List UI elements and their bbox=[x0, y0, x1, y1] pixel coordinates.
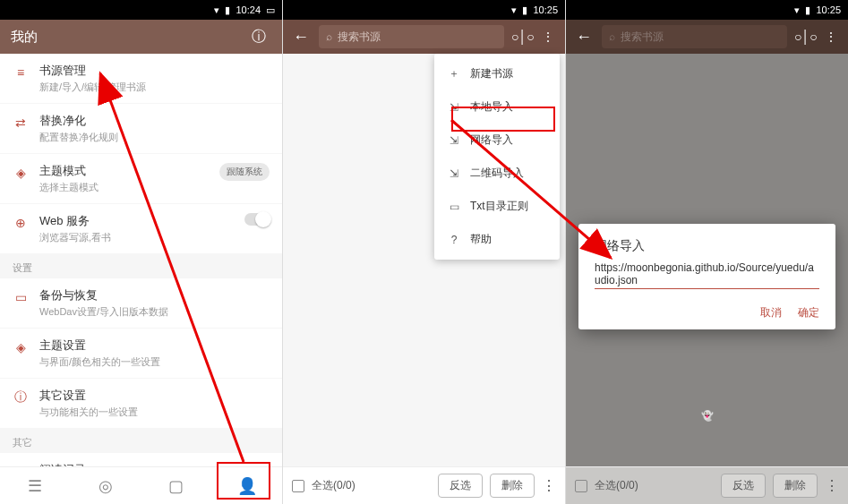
delete-button[interactable]: 删除 bbox=[490, 474, 535, 498]
battery-icon: ▮ bbox=[805, 4, 810, 16]
help-icon: ? bbox=[447, 234, 461, 246]
search-input[interactable]: ⌕ 搜索书源 bbox=[319, 25, 504, 48]
folder-icon: ▭ bbox=[13, 289, 29, 305]
dialog-title: 网络导入 bbox=[595, 238, 819, 254]
clock: 10:24 bbox=[236, 4, 261, 15]
dim-body: 网络导入 https://moonbegonia.github.io/Sourc… bbox=[566, 54, 848, 466]
item-read-history[interactable]: ◷ 阅读记录阅读时间记录 bbox=[0, 453, 282, 466]
bottom-nav: ☰ ◎ ▢ 👤 bbox=[0, 466, 282, 504]
status-bar: ▾ ▮ 10:24 ▭ bbox=[0, 0, 282, 20]
ghost-icon: 👻 bbox=[701, 410, 714, 422]
item-title: 备份与恢复 bbox=[39, 287, 270, 303]
status-bar: ▾ ▮ 10:25 bbox=[566, 0, 848, 20]
wifi-icon: ▾ bbox=[794, 4, 800, 16]
item-sub: 浏览器写源,看书 bbox=[39, 231, 234, 244]
more-icon: ⋮ bbox=[825, 477, 839, 494]
source-body: ＋新建书源 ⇲本地导入 ⇲网络导入 ⇲二维码导入 ▭Txt目录正则 ?帮助 bbox=[283, 54, 565, 466]
item-theme-settings[interactable]: ◈ 主题设置与界面/颜色相关的一些设置 bbox=[0, 329, 282, 378]
item-other-settings[interactable]: ⓘ 其它设置与功能相关的一些设置 bbox=[0, 379, 282, 428]
item-title: 替换净化 bbox=[39, 113, 270, 129]
url-input[interactable]: https://moonbegonia.github.io/Source/yue… bbox=[595, 261, 819, 289]
item-title: 其它设置 bbox=[39, 388, 270, 404]
item-book-source-mgmt[interactable]: ≡ 书源管理新建/导入/编辑/管理书源 bbox=[0, 54, 282, 103]
tab-bookmark[interactable]: ▢ bbox=[141, 476, 212, 496]
item-title: Web 服务 bbox=[39, 213, 234, 229]
ok-button[interactable]: 确定 bbox=[798, 305, 819, 320]
plus-icon: ＋ bbox=[447, 66, 461, 81]
item-sub: 选择主题模式 bbox=[39, 181, 209, 194]
menu-label: 本地导入 bbox=[470, 99, 513, 115]
section-settings: 设置 bbox=[0, 254, 282, 278]
search-placeholder: 搜索书源 bbox=[338, 30, 381, 45]
bottom-action-bar: 全选(0/0) 反选 删除 ⋮ bbox=[283, 466, 565, 504]
tab-bookshelf[interactable]: ☰ bbox=[0, 476, 71, 496]
item-replace[interactable]: ⇄ 替换净化配置替换净化规则 bbox=[0, 104, 282, 153]
menu-label: 帮助 bbox=[470, 232, 492, 247]
import-icon: ⇲ bbox=[447, 101, 461, 114]
battery-icon: ▮ bbox=[225, 4, 230, 16]
info-icon: ⓘ bbox=[13, 389, 29, 406]
group-icon: ○│○ bbox=[794, 30, 814, 44]
back-icon: ← bbox=[573, 28, 595, 47]
item-sub: WebDav设置/导入旧版本数据 bbox=[39, 305, 270, 319]
menu-txt-regex[interactable]: ▭Txt目录正则 bbox=[434, 190, 560, 223]
select-all-label: 全选(0/0) bbox=[312, 478, 355, 493]
menu-net-import[interactable]: ⇲网络导入 bbox=[434, 124, 560, 157]
more-icon[interactable]: ⋮ bbox=[538, 30, 558, 44]
shirt-icon: ◈ bbox=[13, 165, 29, 181]
search-input: ⌕ 搜索书源 bbox=[602, 25, 787, 48]
overflow-menu: ＋新建书源 ⇲本地导入 ⇲网络导入 ⇲二维码导入 ▭Txt目录正则 ?帮助 bbox=[434, 54, 560, 260]
section-other: 其它 bbox=[0, 429, 282, 453]
item-backup[interactable]: ▭ 备份与恢复WebDav设置/导入旧版本数据 bbox=[0, 278, 282, 328]
menu-label: 二维码导入 bbox=[470, 166, 524, 181]
select-all-checkbox[interactable] bbox=[292, 480, 304, 492]
select-all-checkbox bbox=[575, 480, 587, 492]
doc-icon: ▭ bbox=[447, 201, 461, 213]
bottom-action-bar: 全选(0/0) 反选 删除 ⋮ bbox=[566, 466, 848, 504]
tab-explore[interactable]: ◎ bbox=[71, 476, 141, 496]
web-toggle[interactable] bbox=[244, 213, 270, 226]
swap-icon: ⇄ bbox=[13, 115, 29, 131]
item-sub: 与界面/颜色相关的一些设置 bbox=[39, 355, 270, 369]
clock: 10:25 bbox=[816, 4, 841, 15]
item-title: 主题设置 bbox=[39, 337, 270, 354]
select-all-label: 全选(0/0) bbox=[595, 478, 638, 493]
item-title: 书源管理 bbox=[39, 63, 270, 79]
back-icon[interactable]: ← bbox=[290, 28, 312, 47]
item-web-service[interactable]: ⊕ Web 服务浏览器写源,看书 bbox=[0, 204, 282, 253]
header-mine: 我的 ⓘ bbox=[0, 20, 282, 54]
group-icon[interactable]: ○│○ bbox=[511, 30, 531, 44]
header-sources: ← ⌕ 搜索书源 ○│○ ⋮ bbox=[283, 20, 565, 54]
item-sub: 配置替换净化规则 bbox=[39, 131, 270, 144]
menu-help[interactable]: ?帮助 bbox=[434, 223, 560, 256]
header-sources-dim: ← ⌕ 搜索书源 ○│○ ⋮ bbox=[566, 20, 848, 54]
import-icon: ⇲ bbox=[447, 167, 461, 180]
clock: 10:25 bbox=[533, 4, 558, 15]
item-title: 主题模式 bbox=[39, 163, 209, 179]
item-theme-mode[interactable]: ◈ 主题模式选择主题模式 跟随系统 bbox=[0, 154, 282, 203]
globe-icon: ⊕ bbox=[13, 215, 29, 231]
shirt-icon: ◈ bbox=[13, 339, 29, 355]
invert-button[interactable]: 反选 bbox=[438, 474, 483, 498]
net-import-dialog: 网络导入 https://moonbegonia.github.io/Sourc… bbox=[578, 224, 835, 329]
item-sub: 与功能相关的一些设置 bbox=[39, 406, 270, 419]
search-placeholder: 搜索书源 bbox=[621, 30, 664, 45]
cancel-button[interactable]: 取消 bbox=[760, 305, 782, 320]
delete-button: 删除 bbox=[773, 474, 818, 498]
item-sub: 新建/导入/编辑/管理书源 bbox=[39, 81, 270, 94]
theme-tag: 跟随系统 bbox=[219, 163, 270, 181]
search-icon: ⌕ bbox=[609, 30, 615, 43]
status-bar: ▾ ▮ 10:25 bbox=[283, 0, 565, 20]
wifi-icon: ▾ bbox=[511, 4, 517, 16]
menu-label: 新建书源 bbox=[470, 66, 513, 81]
menu-label: 网络导入 bbox=[470, 132, 513, 148]
settings-list: ≡ 书源管理新建/导入/编辑/管理书源 ⇄ 替换净化配置替换净化规则 ◈ 主题模… bbox=[0, 54, 282, 466]
menu-qr-import[interactable]: ⇲二维码导入 bbox=[434, 157, 560, 190]
invert-button: 反选 bbox=[721, 474, 766, 498]
page-title: 我的 bbox=[11, 29, 38, 46]
tab-mine[interactable]: 👤 bbox=[211, 476, 282, 496]
help-icon[interactable]: ⓘ bbox=[246, 28, 271, 47]
menu-new-source[interactable]: ＋新建书源 bbox=[434, 57, 560, 90]
more-icon[interactable]: ⋮ bbox=[542, 477, 556, 494]
menu-local-import[interactable]: ⇲本地导入 bbox=[434, 90, 560, 124]
